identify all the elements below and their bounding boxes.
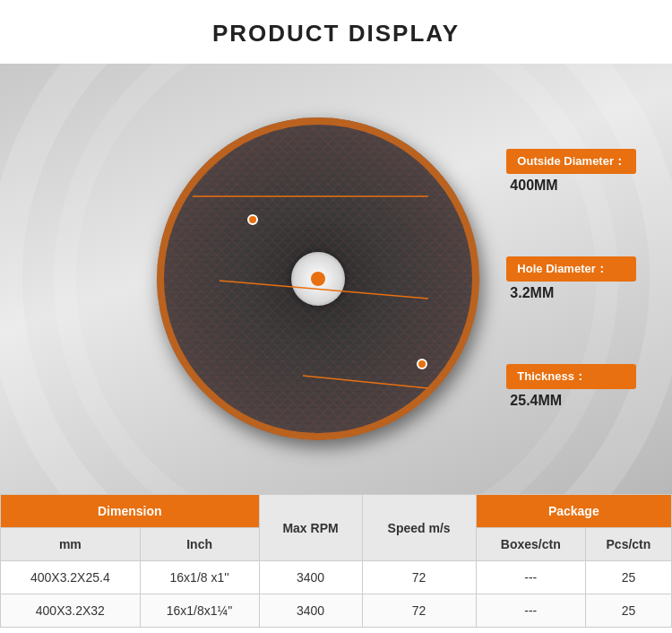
dimension-header: Dimension	[1, 495, 260, 528]
row2-rpm: 3400	[259, 594, 362, 628]
boxes-ctn-subheader: Boxes/ctn	[476, 528, 585, 561]
svg-line-2	[303, 376, 428, 388]
row1-pcs: 25	[585, 561, 671, 594]
speed-header: Speed m/s	[362, 495, 476, 561]
thickness-value: 25.4MM	[506, 393, 636, 409]
annotation-outside-diameter: Outside Diameter： 400MM	[506, 149, 636, 194]
row1-inch: 16x1/8 x1''	[140, 561, 259, 594]
hole-diameter-badge: Hole Diameter：	[506, 256, 636, 282]
outside-diameter-badge: Outside Diameter：	[506, 149, 636, 174]
row1-mm: 400X3.2X25.4	[1, 561, 141, 594]
dot-thickness	[417, 359, 427, 369]
row2-inch: 16x1/8x1¼''	[140, 594, 259, 628]
row2-speed: 72	[362, 594, 476, 628]
package-header: Package	[476, 495, 671, 528]
annotation-thickness: Thickness： 25.4MM	[506, 364, 636, 409]
max-rpm-header: Max RPM	[259, 495, 362, 561]
inch-subheader: Inch	[140, 528, 259, 561]
thickness-badge: Thickness：	[506, 364, 636, 389]
outside-diameter-value: 400MM	[506, 178, 636, 194]
pcs-ctn-subheader: Pcs/ctn	[585, 528, 671, 561]
grinding-wheel	[157, 117, 479, 440]
wheel-container	[157, 117, 479, 440]
dot-outside-diameter	[247, 214, 258, 225]
row1-boxes: ---	[476, 561, 585, 594]
hole-diameter-value: 3.2MM	[506, 285, 636, 301]
product-display: Outside Diameter： 400MM Hole Diameter： 3…	[0, 64, 672, 494]
annotation-hole-diameter: Hole Diameter： 3.2MM	[506, 256, 636, 301]
row1-speed: 72	[362, 561, 476, 594]
page-title: PRODUCT DISPLAY	[0, 0, 672, 64]
wheel-center-dot	[311, 272, 325, 286]
row1-rpm: 3400	[259, 561, 362, 594]
row2-mm: 400X3.2X32	[1, 594, 141, 628]
row2-pcs: 25	[585, 594, 671, 628]
mm-subheader: mm	[1, 528, 141, 561]
wheel-center	[291, 252, 345, 306]
table-row: 400X3.2X32 16x1/8x1¼'' 3400 72 --- 25	[1, 594, 672, 628]
annotations-panel: Outside Diameter： 400MM Hole Diameter： 3…	[506, 64, 636, 494]
table-row: 400X3.2X25.4 16x1/8 x1'' 3400 72 --- 25	[1, 561, 672, 594]
row2-boxes: ---	[476, 594, 585, 628]
specs-table: Dimension Max RPM Speed m/s Package mm I…	[0, 494, 672, 628]
